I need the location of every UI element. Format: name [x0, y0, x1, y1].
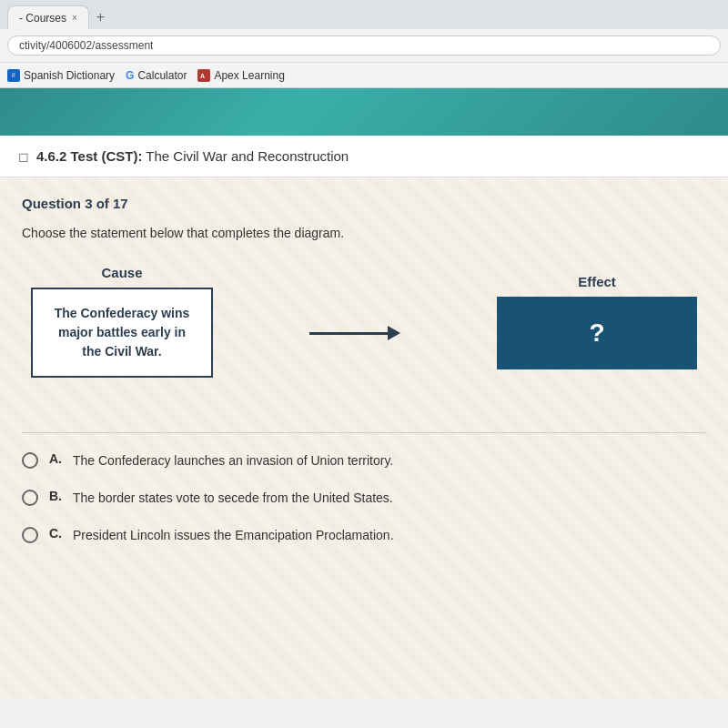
- divider: [22, 432, 706, 433]
- arrow-area: [213, 298, 497, 344]
- tab-label: - Courses: [19, 12, 66, 25]
- effect-box: ?: [497, 297, 697, 369]
- tab-bar: - Courses × +: [0, 0, 728, 29]
- test-title-rest: The Civil War and Reconstruction: [146, 148, 349, 164]
- bookmark-calculator[interactable]: G Calculator: [126, 69, 187, 82]
- test-title: 4.6.2 Test (CST): The Civil War and Reco…: [36, 148, 349, 164]
- radio-a[interactable]: [22, 452, 38, 469]
- radio-c[interactable]: [22, 527, 38, 543]
- test-header: ◻ 4.6.2 Test (CST): The Civil War and Re…: [0, 136, 728, 177]
- answer-option-b[interactable]: B. The border states vote to secede from…: [22, 489, 706, 508]
- answer-options: A. The Confederacy launches an invasion …: [0, 442, 728, 554]
- option-c-label: C.: [49, 526, 62, 541]
- cause-label: Cause: [101, 265, 142, 280]
- address-bar-row: ctivity/4006002/assessment: [0, 29, 728, 62]
- tab-close-button[interactable]: ×: [72, 13, 77, 23]
- browser-chrome: - Courses × + ctivity/4006002/assessment…: [0, 0, 728, 88]
- cause-box: The Confederacy wins major battles early…: [31, 288, 213, 378]
- diagram-arrow: [309, 326, 400, 340]
- active-tab[interactable]: - Courses ×: [7, 5, 89, 29]
- spanish-dictionary-label: Spanish Dictionary: [24, 69, 115, 82]
- svg-text:A: A: [200, 73, 205, 79]
- effect-section: Effect ?: [497, 274, 697, 369]
- option-b-label: B.: [49, 489, 62, 503]
- cause-section: Cause The Confederacy wins major battles…: [31, 265, 213, 378]
- bookmark-spanish[interactable]: i! Spanish Dictionary: [7, 69, 115, 82]
- new-tab-button[interactable]: +: [93, 9, 108, 25]
- apex-learning-icon: A: [197, 69, 210, 82]
- radio-b[interactable]: [22, 490, 38, 506]
- effect-label: Effect: [578, 274, 616, 289]
- option-b-text: The border states vote to secede from th…: [73, 489, 393, 508]
- teal-banner: [0, 88, 728, 136]
- question-section: Question 3 of 17 Choose the statement be…: [0, 177, 728, 423]
- bookmarks-bar: i! Spanish Dictionary G Calculator A Ape…: [0, 62, 728, 87]
- test-header-icon: ◻: [18, 149, 29, 164]
- test-title-bold: 4.6.2 Test (CST):: [36, 148, 142, 164]
- calculator-icon: G: [126, 69, 134, 82]
- diagram-area: Cause The Confederacy wins major battles…: [22, 265, 706, 378]
- spanish-dictionary-icon: i!: [7, 69, 20, 82]
- question-text: Choose the statement below that complete…: [22, 224, 706, 243]
- answer-option-c[interactable]: C. President Lincoln issues the Emancipa…: [22, 526, 706, 545]
- content-area: ◻ 4.6.2 Test (CST): The Civil War and Re…: [0, 136, 728, 700]
- calculator-label: Calculator: [137, 69, 187, 82]
- option-a-text: The Confederacy launches an invasion of …: [73, 451, 393, 470]
- effect-symbol: ?: [589, 318, 604, 348]
- bookmark-apex[interactable]: A Apex Learning: [197, 69, 284, 82]
- option-a-label: A.: [49, 451, 62, 466]
- arrow-line: [309, 332, 388, 335]
- answer-option-a[interactable]: A. The Confederacy launches an invasion …: [22, 451, 706, 470]
- apex-learning-label: Apex Learning: [214, 69, 284, 82]
- question-number: Question 3 of 17: [22, 196, 706, 211]
- arrow-head: [388, 326, 400, 340]
- option-c-text: President Lincoln issues the Emancipatio…: [73, 526, 394, 545]
- address-bar[interactable]: ctivity/4006002/assessment: [7, 35, 721, 56]
